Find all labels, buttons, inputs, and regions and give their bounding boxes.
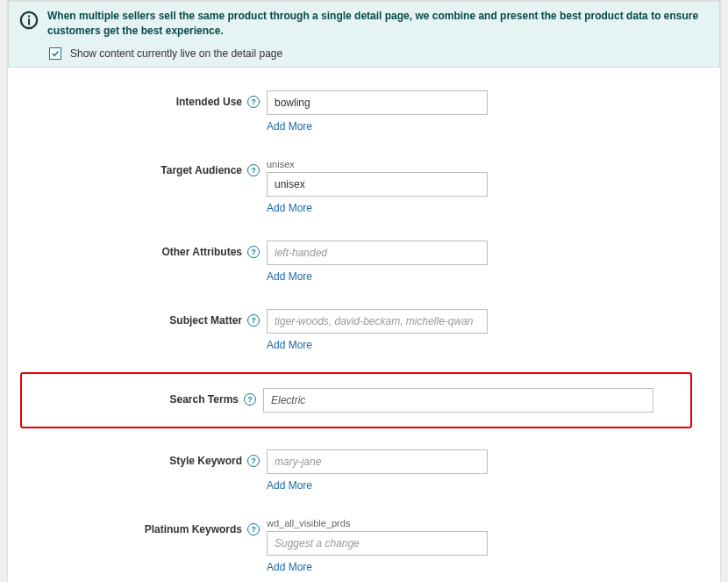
help-icon[interactable]: ?: [247, 246, 260, 258]
input-platinum-keywords[interactable]: [267, 531, 488, 556]
label-search-terms: Search Terms: [170, 393, 239, 406]
add-more-platinum-keywords[interactable]: Add More: [267, 561, 312, 573]
row-target-audience: Target Audience ? unisex Add More: [25, 154, 685, 219]
info-icon: [19, 11, 39, 30]
hint-platinum-keywords: wd_all_visible_prds: [267, 518, 685, 528]
label-style-keyword: Style Keyword: [169, 455, 242, 467]
help-icon[interactable]: ?: [247, 164, 260, 176]
row-platinum-keywords: Platinum Keywords ? wd_all_visible_prds …: [25, 513, 685, 578]
input-target-audience[interactable]: [267, 172, 488, 197]
row-subject-matter: Subject Matter ? Add More: [25, 304, 685, 356]
add-more-intended-use[interactable]: Add More: [267, 120, 312, 133]
row-style-keyword: Style Keyword ? Add More: [25, 444, 685, 497]
svg-rect-2: [28, 16, 30, 18]
info-banner: When multiple sellers sell the same prod…: [8, 1, 720, 68]
label-intended-use: Intended Use: [176, 96, 242, 108]
add-more-other-attributes[interactable]: Add More: [267, 270, 312, 283]
help-icon[interactable]: ?: [247, 314, 260, 327]
input-other-attributes[interactable]: [267, 241, 488, 265]
add-more-style-keyword[interactable]: Add More: [267, 479, 312, 492]
row-search-terms: Search Terms ?: [20, 372, 692, 428]
help-icon[interactable]: ?: [247, 455, 260, 467]
help-icon[interactable]: ?: [247, 523, 260, 535]
label-other-attributes: Other Attributes: [161, 246, 242, 258]
svg-rect-1: [28, 18, 30, 25]
input-style-keyword[interactable]: [267, 449, 488, 474]
add-more-target-audience[interactable]: Add More: [267, 202, 312, 214]
show-live-content-checkbox[interactable]: [49, 47, 61, 60]
help-icon[interactable]: ?: [244, 393, 256, 406]
help-icon[interactable]: ?: [247, 96, 260, 108]
label-platinum-keywords: Platinum Keywords: [145, 523, 242, 535]
row-other-attributes: Other Attributes ? Add More: [25, 235, 685, 288]
input-subject-matter[interactable]: [267, 309, 488, 334]
input-intended-use[interactable]: [267, 90, 488, 115]
label-target-audience: Target Audience: [161, 164, 242, 176]
add-more-subject-matter[interactable]: Add More: [267, 339, 312, 351]
info-text: When multiple sellers sell the same prod…: [47, 9, 709, 39]
show-live-content-label: Show content currently live on the detai…: [70, 47, 282, 60]
label-subject-matter: Subject Matter: [169, 314, 242, 327]
hint-target-audience: unisex: [267, 159, 685, 169]
input-search-terms[interactable]: [263, 388, 653, 413]
row-intended-use: Intended Use ? Add More: [25, 85, 685, 138]
